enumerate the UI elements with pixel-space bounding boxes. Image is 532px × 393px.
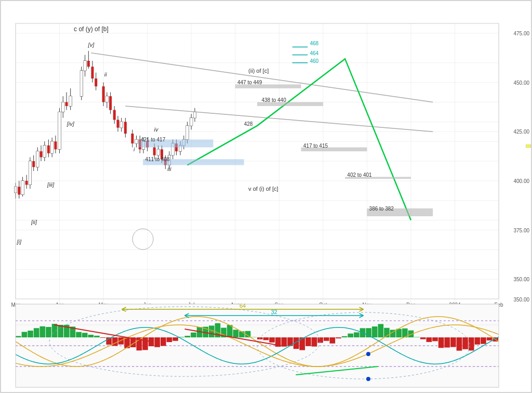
main-canvas (0, 0, 532, 393)
current-price-label (526, 145, 531, 148)
chart-container (0, 0, 532, 393)
